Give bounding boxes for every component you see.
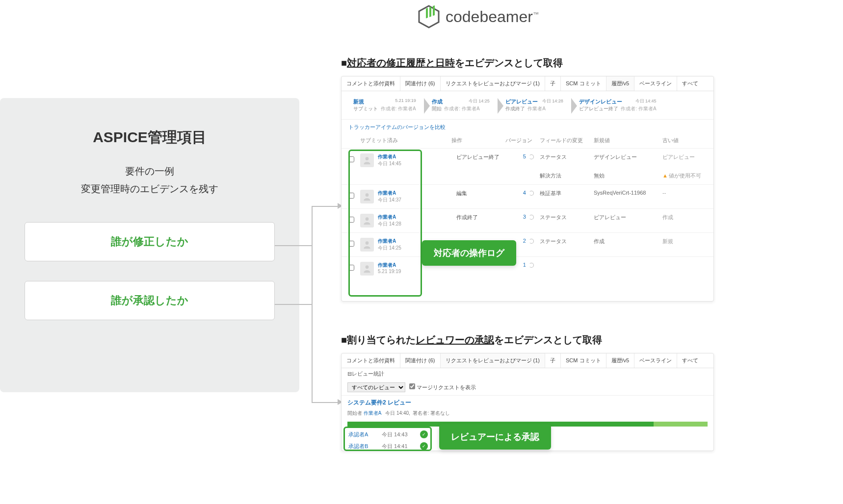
row-checkbox[interactable] — [348, 241, 354, 247]
history-row: 解決方法無効▲値が使用不可 — [342, 172, 713, 184]
history-row: 作業者A今日 14:45ピアレビュー終了5 ステータスデザインレビューピアレビュ… — [342, 148, 713, 172]
history-newv: ピアレビュー — [594, 214, 662, 221]
row-checkbox[interactable] — [348, 156, 354, 162]
tab-scm[interactable]: SCM コミット — [560, 76, 606, 91]
check-icon: ✓ — [420, 430, 428, 438]
logo-icon — [417, 5, 441, 28]
history-row: 作業者A今日 14:28作成終了3 ステータスピアレビュー作成 — [342, 208, 713, 232]
row-checkbox[interactable] — [348, 193, 354, 199]
workflow-steps: 5.21 19:19 新規 サブミット 作成者: 作業者A 今日 14:25 作… — [342, 91, 713, 120]
tab2-all[interactable]: すべて — [677, 353, 703, 368]
avatar-icon — [360, 190, 374, 203]
aspice-title: ASPICE管理項目 — [25, 127, 275, 148]
approval-time: 今日 14:41 — [382, 443, 416, 450]
history-version[interactable]: 4 — [510, 190, 540, 196]
tab-review-merge[interactable]: リクエストをレビューおよびマージ (1) — [440, 76, 545, 91]
history-who: 作業者A今日 14:37 — [378, 190, 401, 203]
tab-history[interactable]: 履歴/v5 — [606, 76, 634, 91]
history-field: ステータス — [540, 238, 594, 245]
history-op: 編集 — [456, 190, 510, 197]
tab2-baseline[interactable]: ベースライン — [634, 353, 677, 368]
who-approved-button[interactable]: 誰が承認したか — [25, 281, 275, 320]
history-screenshot: コメントと添付資料 関連付け (6) リクエストをレビューおよびマージ (1) … — [341, 76, 714, 302]
approver-name: 承認者B — [348, 443, 378, 450]
history-field: 検証基準 — [540, 190, 594, 197]
avatar-icon — [360, 153, 374, 167]
row-checkbox[interactable] — [348, 217, 354, 223]
svg-point-6 — [366, 217, 369, 221]
tab2-review-merge[interactable]: リクエストをレビューおよびマージ (1) — [440, 353, 545, 368]
check-icon: ✓ — [420, 442, 428, 450]
avatar-icon — [360, 214, 374, 227]
history-who: 作業者A今日 14:45 — [378, 153, 401, 167]
tab2-history[interactable]: 履歴/v5 — [606, 353, 634, 368]
history-row: 作業者A今日 14:252 ステータス作成新規 — [342, 232, 713, 256]
approval-time: 今日 14:43 — [382, 431, 416, 438]
codebeamer-logo: codebeamer™ — [417, 5, 539, 28]
tabs-bar: コメントと添付資料 関連付け (6) リクエストをレビューおよびマージ (1) … — [342, 76, 713, 91]
review-stats-label: ⊟レビュー統計 — [342, 368, 713, 379]
svg-marker-0 — [419, 6, 439, 27]
aspice-subtitle: 要件の一例 変更管理時のエビデンスを残す — [25, 162, 275, 198]
tab2-scm[interactable]: SCM コミット — [560, 353, 606, 368]
history-oldv: -- — [662, 190, 707, 196]
avatar-icon — [360, 262, 374, 276]
review-filter-select[interactable]: すべてのレビュー — [347, 382, 405, 392]
warning-icon: ▲ — [662, 173, 668, 178]
sync-icon — [529, 239, 534, 244]
svg-rect-1 — [426, 8, 428, 18]
svg-point-4 — [366, 157, 369, 160]
tab2-comments[interactable]: コメントと添付資料 — [342, 353, 400, 368]
history-oldv: ピアレビュー — [662, 153, 707, 161]
svg-rect-2 — [429, 6, 431, 17]
tab-baseline[interactable]: ベースライン — [634, 76, 677, 91]
wf-step-new: 5.21 19:19 新規 サブミット 作成者: 作業者A — [347, 96, 426, 114]
compare-versions-link[interactable]: トラッカーアイテムのバージョンを比較 — [342, 120, 713, 135]
history-row: 作業者A5.21 19:191 — [342, 256, 713, 280]
tabs-bar-2: コメントと添付資料 関連付け (6) リクエストをレビューおよびマージ (1) … — [342, 353, 713, 368]
history-op: 作成終了 — [456, 214, 510, 221]
tab-comments[interactable]: コメントと添付資料 — [342, 76, 400, 91]
tab2-relations[interactable]: 関連付け (6) — [400, 353, 440, 368]
history-row: 作業者A今日 14:37編集4 検証基準SysReqVeriCrt-11968-… — [342, 184, 713, 208]
trademark: ™ — [533, 11, 539, 18]
history-version[interactable]: 5 — [510, 153, 540, 159]
row-checkbox[interactable] — [348, 265, 354, 271]
sync-icon — [529, 215, 534, 220]
history-who: 作業者A今日 14:28 — [378, 214, 401, 227]
tab-all[interactable]: すべて — [677, 76, 703, 91]
history-field: ステータス — [540, 153, 594, 161]
history-who: 作業者A今日 14:25 — [378, 238, 401, 252]
history-newv: 作成 — [594, 238, 662, 245]
avatar-icon — [360, 238, 374, 252]
who-modified-button[interactable]: 誰が修正したか — [25, 222, 275, 261]
merge-request-checkbox[interactable]: マージリクエストを表示 — [409, 383, 476, 391]
history-oldv: ▲値が使用不可 — [662, 172, 707, 179]
history-version[interactable]: 3 — [510, 214, 540, 220]
history-newv: 無効 — [594, 172, 662, 179]
wf-step-design: 今日 14:45 デザインレビュー ピアレビュー終了 作成者: 作業者A — [573, 96, 666, 114]
tab2-children[interactable]: 子 — [545, 353, 560, 368]
history-op: ピアレビュー終了 — [456, 153, 510, 161]
approver-name: 承認者A — [348, 431, 378, 438]
sync-icon — [529, 154, 534, 159]
history-field: ステータス — [540, 214, 594, 221]
svg-point-7 — [366, 241, 369, 245]
history-headers: サブミット済み 操作 バージョン フィールドの変更 新規値 古い値 — [342, 135, 713, 148]
svg-rect-3 — [433, 5, 435, 16]
history-oldv: 作成 — [662, 214, 707, 221]
section1-heading: ■対応者の修正履歴と日時をエビデンスとして取得 — [341, 56, 563, 70]
tab-relations[interactable]: 関連付け (6) — [400, 76, 440, 91]
tab-children[interactable]: 子 — [545, 76, 560, 91]
callout-approvals: レビュアーによる承認 — [439, 424, 551, 450]
sync-icon — [529, 191, 534, 196]
callout-operator-log: 対応者の操作ログ — [422, 240, 516, 266]
svg-point-8 — [366, 265, 369, 269]
sync-icon — [529, 263, 534, 268]
history-oldv: 新規 — [662, 238, 707, 245]
aspice-panel: ASPICE管理項目 要件の一例 変更管理時のエビデンスを残す 誰が修正したか … — [0, 98, 299, 392]
history-field: 解決方法 — [540, 172, 594, 179]
review-meta: 開始者 作業者A 今日 14:40, 署名者: 署名なし — [342, 410, 713, 420]
review-title: システム要件2 レビュー — [342, 396, 713, 410]
section2-heading: ■割り当てられたレビュワーの承認をエビデンスとして取得 — [341, 333, 602, 347]
